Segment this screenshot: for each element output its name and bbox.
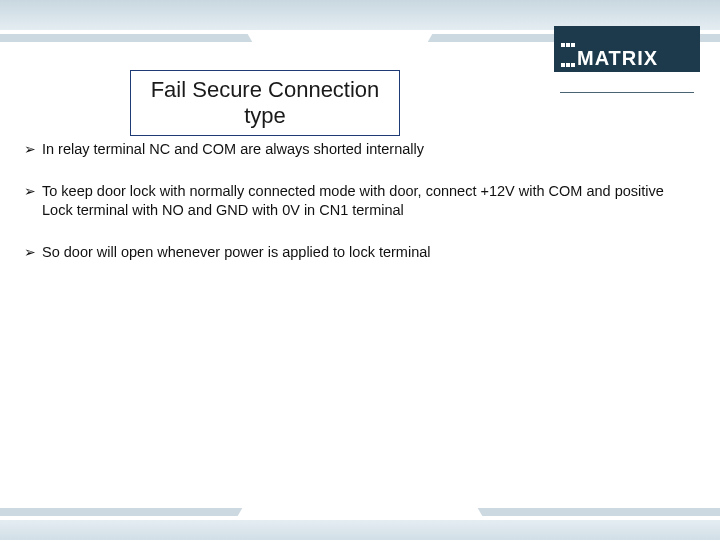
brand-logo: MATRIX SECURITY SOLUTIONS	[554, 26, 700, 72]
bullet-icon: ➢	[24, 243, 42, 263]
bullet-icon: ➢	[24, 140, 42, 160]
slide-title: Fail Secure Connection type	[130, 70, 400, 136]
bullet-text: To keep door lock with normally connecte…	[42, 182, 696, 221]
bottom-decoration	[0, 460, 720, 540]
logo-brand-text: MATRIX	[577, 47, 658, 69]
list-item: ➢ In relay terminal NC and COM are alway…	[24, 140, 696, 160]
bullet-list: ➢ In relay terminal NC and COM are alway…	[24, 140, 696, 284]
bullet-text: In relay terminal NC and COM are always …	[42, 140, 696, 160]
logo-grid-icon	[560, 30, 575, 90]
logo-tagline: SECURITY SOLUTIONS	[560, 92, 694, 104]
bullet-icon: ➢	[24, 182, 42, 221]
list-item: ➢ To keep door lock with normally connec…	[24, 182, 696, 221]
bullet-text: So door will open whenever power is appl…	[42, 243, 696, 263]
list-item: ➢ So door will open whenever power is ap…	[24, 243, 696, 263]
